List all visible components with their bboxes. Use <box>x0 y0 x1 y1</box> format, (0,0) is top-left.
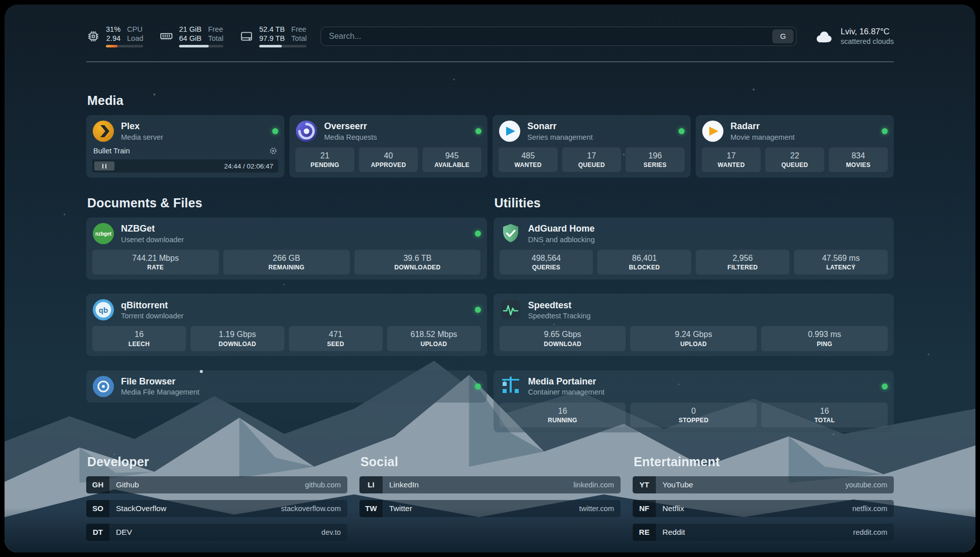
cpu-label: Load <box>127 34 143 43</box>
search-provider-button[interactable]: G <box>772 29 793 43</box>
service-card-nzbget[interactable]: nzbgetNZBGetUsenet downloader744.21 Mbps… <box>86 217 487 280</box>
bookmark-url: stackoverflow.com <box>281 505 341 513</box>
service-stats-row: 485WANTED17QUEUED196SERIES <box>499 147 685 172</box>
bookmark-name: LinkedIn <box>389 480 419 489</box>
service-card-radarr[interactable]: RadarrMovie management17WANTED22QUEUED83… <box>696 115 894 178</box>
bookmark-reddit[interactable]: RERedditreddit.com <box>633 524 894 541</box>
bookmark-url: reddit.com <box>853 528 887 536</box>
bookmark-url: dev.to <box>322 528 341 536</box>
stat-value: 39.6 TB <box>357 253 478 263</box>
service-stats-row: 9.65 GbpsDOWNLOAD9.24 GbpsUPLOAD0.993 ms… <box>500 326 888 351</box>
service-card-overseerr[interactable]: OverseerrMedia Requests21PENDING40APPROV… <box>289 115 487 178</box>
service-name: Radarr <box>730 121 794 132</box>
service-card-plex[interactable]: PlexMedia serverBullet Train24:44 / 02:0… <box>86 115 284 178</box>
search-box: G <box>321 27 797 46</box>
bookmark-dev[interactable]: DTDEVdev.to <box>86 524 347 541</box>
speedtest-icon <box>500 299 522 321</box>
service-subtitle: Media Requests <box>324 133 377 141</box>
status-online-dot <box>475 307 481 313</box>
service-name: File Browser <box>121 376 200 387</box>
disk-value: 97.9 TB <box>259 34 285 43</box>
service-header: PlexMedia server <box>92 120 278 142</box>
disk-usage-bar <box>259 45 307 47</box>
service-name: AdGuard Home <box>528 224 595 234</box>
stat-label: RATE <box>95 264 216 271</box>
plex-icon <box>92 120 114 142</box>
bookmark-group-entertainment: EntertainmentYTYouTubeyoutube.comNFNetfl… <box>633 455 894 541</box>
stat-value: 22 <box>768 151 821 160</box>
weather-text: Lviv, 16.87°C scattered clouds <box>840 27 894 45</box>
stat-label: BLOCKED <box>600 264 688 271</box>
service-card-speedtest[interactable]: SpeedtestSpeedtest Tracking9.65 GbpsDOWN… <box>494 294 894 356</box>
bookmark-abbr: NF <box>633 500 656 517</box>
bookmark-list: YTYouTubeyoutube.comNFNetflixnetflix.com… <box>633 476 894 541</box>
playback-time: 24:44 / 02:06:47 <box>224 162 273 170</box>
bookmark-abbr: TW <box>359 500 383 517</box>
svg-text:qb: qb <box>99 306 108 314</box>
service-stat: 744.21 MbpsRATE <box>92 250 219 274</box>
service-stat: 618.52 MbpsUPLOAD <box>387 326 481 351</box>
status-online-dot <box>679 128 685 134</box>
cpu-icon <box>86 29 100 43</box>
overseerr-icon <box>295 120 318 142</box>
stat-value: 16 <box>764 406 885 416</box>
nzbget-icon: nzbget <box>92 222 114 245</box>
status-online-dot <box>882 128 888 134</box>
search-input[interactable] <box>329 32 772 41</box>
stat-label: PING <box>764 341 885 348</box>
disk-icon <box>239 29 254 43</box>
service-stat: 16TOTAL <box>761 403 888 427</box>
stat-value: 744.21 Mbps <box>95 253 216 263</box>
service-stat: 39.6 TBDOWNLOADED <box>354 250 481 274</box>
service-card-media-portainer[interactable]: Media PortainerContainer management16RUN… <box>494 370 894 432</box>
bookmark-abbr: RE <box>633 524 656 541</box>
stat-value: 9.24 Gbps <box>633 329 754 339</box>
stat-value: 618.52 Mbps <box>390 329 478 339</box>
stat-value: 21 <box>298 151 351 160</box>
service-name: qBittorrent <box>121 300 183 311</box>
service-meta: SpeedtestSpeedtest Tracking <box>528 300 591 320</box>
bookmark-name: Reddit <box>662 528 685 537</box>
service-stats-row: 16RUNNING0STOPPED16TOTAL <box>500 403 888 427</box>
service-card-qbittorrent[interactable]: qbqBittorrentTorrent downloader16LEECH1.… <box>86 294 487 356</box>
stat-label: WANTED <box>705 161 758 169</box>
service-card-adguard-home[interactable]: AdGuard HomeDNS and adblocking498,564QUE… <box>494 217 894 280</box>
settings-gear-icon[interactable] <box>269 147 277 155</box>
bookmark-twitter[interactable]: TWTwittertwitter.com <box>359 500 621 517</box>
bookmark-abbr: GH <box>86 476 109 493</box>
cpu-usage-bar <box>106 45 143 47</box>
now-playing-row: Bullet Train <box>92 147 278 155</box>
disk-value: 52.4 TB <box>259 25 285 34</box>
service-header: OverseerrMedia Requests <box>295 120 481 142</box>
dashboard-content: 31%CPU2.94Load21 GiBFree64 GiBTotal52.4 … <box>5 5 975 552</box>
bookmark-netflix[interactable]: NFNetflixnetflix.com <box>633 500 894 517</box>
service-stats-row: 21PENDING40APPROVED945AVAILABLE <box>295 147 481 172</box>
cpu-usage-fill <box>106 45 117 47</box>
service-subtitle: Series management <box>527 133 593 141</box>
resource-widgets: 31%CPU2.94Load21 GiBFree64 GiBTotal52.4 … <box>86 25 307 47</box>
media-player-bar: 24:44 / 02:06:47 <box>92 159 278 173</box>
stat-label: FILTERED <box>699 264 786 271</box>
memory-label: Total <box>208 34 224 43</box>
service-header: qbqBittorrentTorrent downloader <box>92 299 481 321</box>
bookmark-youtube[interactable]: YTYouTubeyoutube.com <box>633 476 894 493</box>
stat-value: 1.19 Gbps <box>194 329 281 339</box>
bookmark-stackoverflow[interactable]: SOStackOverflowstackoverflow.com <box>86 500 347 517</box>
service-card-file-browser[interactable]: File BrowserMedia File Management <box>86 370 487 403</box>
bookmark-linkedin[interactable]: LILinkedInlinkedin.com <box>359 476 621 493</box>
bookmark-github[interactable]: GHGithubgithub.com <box>86 476 347 493</box>
service-header: Media PortainerContainer management <box>500 375 888 398</box>
service-stat: 40APPROVED <box>359 147 418 172</box>
service-stat: 0STOPPED <box>630 403 757 427</box>
stat-value: 945 <box>425 151 478 160</box>
weather-condition: scattered clouds <box>840 37 894 45</box>
search-bar: G <box>321 27 797 46</box>
bookmark-name: Twitter <box>389 504 412 513</box>
service-stat: 485WANTED <box>499 147 558 172</box>
pause-button[interactable] <box>94 161 114 171</box>
bookmark-url: youtube.com <box>845 481 887 489</box>
service-header: File BrowserMedia File Management <box>92 375 481 398</box>
now-playing-title: Bullet Train <box>93 147 130 155</box>
service-subtitle: Torrent downloader <box>121 312 183 320</box>
service-card-sonarr[interactable]: SonarrSeries management485WANTED17QUEUED… <box>493 115 691 178</box>
